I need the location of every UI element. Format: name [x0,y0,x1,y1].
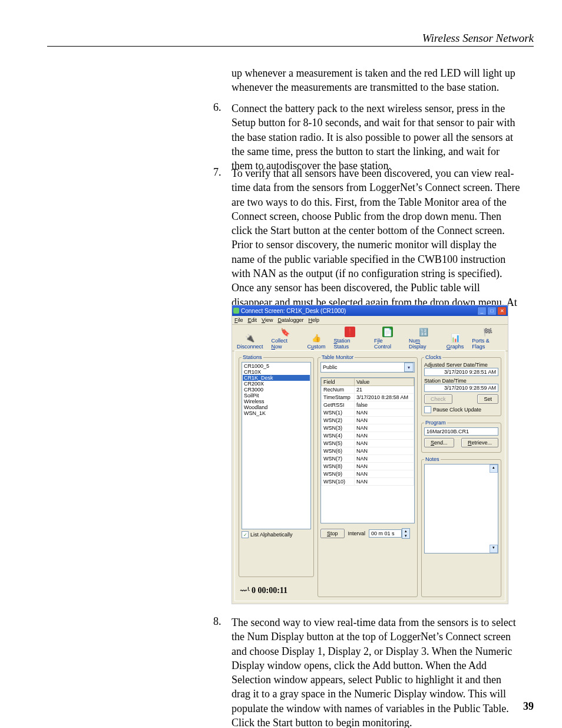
station-item[interactable]: CR3000 [243,387,310,393]
station-item[interactable]: CR200X [243,381,310,387]
toolbar: 🔌Disconnect 🔖Collect Now 👍Custom ❗Statio… [232,325,508,351]
table-row: WSN(9)NAN [322,470,414,478]
toolbar-num-display[interactable]: 🔢Num Display [409,327,438,350]
list-number-8: 8. [213,615,222,628]
monitor-table: Field Value RecNum21TimeStamp3/17/2010 8… [320,377,415,523]
checkbox-icon [424,406,431,413]
table-row: GetRSSIfalse [322,401,414,409]
interval-label: Interval [348,531,366,536]
program-value: 16Mar2010B.CR1 [424,427,498,436]
menu-file[interactable]: File [234,317,243,323]
menu-help[interactable]: Help [308,317,319,323]
clocks-group: Clocks Adjusted Server Date/Time 3/17/20… [421,354,501,416]
custom-icon: 👍 [311,332,322,343]
station-item[interactable]: CR10X [243,369,310,375]
table-monitor-legend: Table Monitor [320,354,355,360]
graphs-icon: 📊 [450,332,461,343]
menu-edit[interactable]: Edit [248,317,257,323]
maximize-icon[interactable]: □ [487,307,497,315]
menu-view[interactable]: View [262,317,273,323]
station-item[interactable]: CR1000_5 [243,363,310,369]
close-icon[interactable]: ✕ [497,307,507,315]
retrieve-button[interactable]: Retrieve... [461,438,498,447]
station-item[interactable]: CR1K_Desk [243,375,310,381]
scroll-down-icon[interactable]: ▾ [490,545,498,553]
adjusted-server-value: 3/17/2010 9:28:51 AM [424,368,498,376]
station-datetime-label: Station Date/Time [424,378,498,384]
window-titlebar: Connect Screen: CR1K_Desk (CR1000) _ □ ✕ [232,305,508,316]
station-item[interactable]: SoilPit [243,393,310,398]
table-row: WSN(6)NAN [322,447,414,455]
minimize-icon[interactable]: _ [477,307,487,315]
notes-textarea[interactable]: ▴ ▾ [424,464,498,554]
table-row: WSN(1)NAN [322,409,414,417]
status-icon: ❗ [345,327,355,337]
stop-button[interactable]: Stop [320,529,345,538]
program-legend: Program [424,420,447,426]
scroll-up-icon[interactable]: ▴ [490,465,498,473]
pause-clock-label: Pause Clock Update [433,407,481,413]
list-alpha-checkbox[interactable]: ✓ List Alphabetically [242,531,311,538]
list-number-6: 6. [213,101,222,114]
set-button[interactable]: Set [477,394,498,404]
spinner-arrows-icon[interactable]: ▴▾ [402,528,410,539]
station-item[interactable]: Woodland [243,404,310,410]
paragraph-intro-tail: up whenever a measurement is taken and t… [232,66,521,95]
page-number: 39 [523,700,534,713]
elapsed-display: 〰╰ 0 00:00:11 [239,584,314,597]
stations-legend: Stations [242,354,263,360]
program-group: Program 16Mar2010B.CR1 Send... Retrieve.… [421,420,501,453]
table-row: WSN(4)NAN [322,432,414,440]
toolbar-disconnect[interactable]: 🔌Disconnect [237,332,263,350]
stations-group: Stations CR1000_5CR10XCR1K_DeskCR200XCR3… [239,354,314,577]
table-select-combo[interactable]: Public ▾ [320,362,415,373]
dropdown-icon: ▾ [404,363,414,372]
toolbar-station-status[interactable]: ❗Station Status [333,327,366,350]
paragraph-item-8: The second way to view real-time data fr… [232,615,521,728]
table-monitor-group: Table Monitor Public ▾ Field Value RecNu… [318,354,418,597]
pause-clock-checkbox[interactable]: Pause Clock Update [424,406,498,413]
adjusted-server-label: Adjusted Server Date/Time [424,362,498,368]
toolbar-file-control[interactable]: 📄File Control [374,327,401,350]
app-icon [233,308,239,314]
check-button[interactable]: Check [424,394,452,404]
stations-listbox[interactable]: CR1000_5CR10XCR1K_DeskCR200XCR3000SoilPi… [242,362,311,529]
table-row: WSN(10)NAN [322,478,414,486]
col-value: Value [354,378,414,386]
connect-screen-figure: Connect Screen: CR1K_Desk (CR1000) _ □ ✕… [232,305,508,604]
plug-icon: 🔌 [244,332,255,343]
checkbox-icon: ✓ [242,531,249,538]
notes-legend: Notes [424,456,441,462]
table-row: WSN(7)NAN [322,455,414,463]
header-rule [47,46,534,47]
window-title: Connect Screen: CR1K_Desk (CR1000) [241,308,346,314]
paragraph-item-6: Connect the battery pack to the next wir… [232,101,521,173]
station-item[interactable]: WSN_1K [243,410,310,416]
connection-icon: 〰╰ [240,587,249,594]
list-number-7: 7. [213,166,222,179]
list-alpha-label: List Alphabetically [250,532,293,538]
table-row: WSN(3)NAN [322,424,414,432]
ports-flags-icon: 🏁 [482,327,493,337]
toolbar-graphs[interactable]: 📊Graphs [447,332,464,350]
table-row: WSN(8)NAN [322,463,414,470]
toolbar-custom[interactable]: 👍Custom [307,332,325,350]
num-display-icon: 🔢 [418,327,429,337]
interval-spinner[interactable]: 00 m 01 s ▴▾ [369,528,410,539]
station-item[interactable]: Wireless [243,398,310,404]
clocks-legend: Clocks [424,354,442,360]
elapsed-value: 0 00:00:11 [252,586,287,595]
menu-datalogger[interactable]: Datalogger [277,317,303,323]
send-button[interactable]: Send... [424,438,454,447]
table-row: WSN(5)NAN [322,440,414,447]
table-select-value: Public [323,364,338,370]
collect-icon: 🔖 [280,327,290,337]
table-row: RecNum21 [322,386,414,394]
running-header: Wireless Sensor Network [422,32,534,45]
toolbar-collect-now[interactable]: 🔖Collect Now [272,327,299,350]
interval-value: 00 m 01 s [369,529,402,538]
col-field: Field [322,378,355,386]
table-row: TimeStamp3/17/2010 8:28:58 AM [322,394,414,401]
table-row: WSN(2)NAN [322,417,414,424]
toolbar-ports-flags[interactable]: 🏁Ports & Flags [472,327,503,350]
